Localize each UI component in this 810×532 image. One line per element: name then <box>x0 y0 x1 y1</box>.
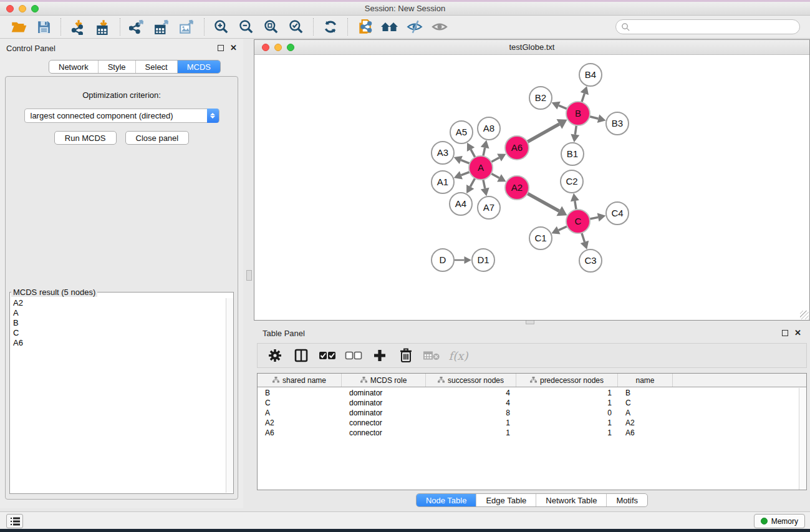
export-image-icon[interactable] <box>175 17 200 37</box>
node-label-C2[interactable]: C2 <box>566 176 577 186</box>
result-node-item[interactable]: C <box>11 328 225 338</box>
deselect-all-icon[interactable] <box>345 347 362 364</box>
add-icon[interactable] <box>371 347 388 364</box>
table-row[interactable]: Cdominator41C <box>258 398 798 408</box>
clone-network-icon[interactable] <box>352 17 377 37</box>
network-canvas[interactable]: B4B2BB3A5A8A6A3B1AA1C2A2A4A7C4CC1C3DD1 <box>254 55 809 320</box>
arrowhead-C-C4[interactable] <box>597 213 606 222</box>
memory-button[interactable]: Memory <box>754 514 805 528</box>
zoom-window-icon[interactable] <box>31 5 39 12</box>
export-network-icon[interactable] <box>125 17 150 37</box>
cell-shared-name[interactable]: C <box>258 398 342 408</box>
node-label-A4[interactable]: A4 <box>455 198 466 209</box>
column-header-predecessor-nodes[interactable]: predecessor nodes <box>516 374 618 387</box>
node-label-A2[interactable]: A2 <box>511 182 523 193</box>
tab-select[interactable]: Select <box>136 60 178 73</box>
network-close-icon[interactable] <box>262 44 269 51</box>
node-label-D1[interactable]: D1 <box>477 254 489 265</box>
column-header-successor-nodes[interactable]: successor nodes <box>426 374 516 387</box>
cell-predecessor-nodes[interactable]: 1 <box>516 388 618 398</box>
close-panel-icon[interactable]: ✕ <box>230 45 237 51</box>
tab-motifs[interactable]: Motifs <box>607 494 647 506</box>
cell-MCDS-role[interactable]: connector <box>342 428 426 438</box>
table-scrollbar[interactable] <box>799 388 806 490</box>
node-label-A6[interactable]: A6 <box>511 142 523 153</box>
zoom-in-icon[interactable] <box>209 17 234 37</box>
close-window-icon[interactable] <box>6 5 14 12</box>
arrowhead-D-D1[interactable] <box>465 256 472 264</box>
optimization-criterion-dropdown[interactable]: largest connected component (directed) <box>24 109 219 123</box>
cell-predecessor-nodes[interactable]: 1 <box>516 418 618 428</box>
delete-icon[interactable] <box>397 347 415 364</box>
tab-node-table[interactable]: Node Table <box>417 494 477 506</box>
cell-successor-nodes[interactable]: 4 <box>426 388 516 398</box>
cell-predecessor-nodes[interactable]: 0 <box>516 408 618 418</box>
node-label-A[interactable]: A <box>478 162 484 173</box>
node-label-C3[interactable]: C3 <box>584 255 596 266</box>
result-node-item[interactable]: A <box>11 308 225 318</box>
columns-icon[interactable] <box>292 347 310 364</box>
cell-name[interactable]: A2 <box>618 418 673 428</box>
node-label-B1[interactable]: B1 <box>567 148 578 159</box>
cell-shared-name[interactable]: A2 <box>258 418 342 428</box>
close-panel-button[interactable]: Close panel <box>125 131 190 145</box>
node-label-A8[interactable]: A8 <box>483 123 494 133</box>
node-label-C4[interactable]: C4 <box>611 208 623 218</box>
task-history-button[interactable] <box>6 514 23 528</box>
cell-MCDS-role[interactable]: dominator <box>342 398 426 408</box>
refresh-icon[interactable] <box>318 17 343 37</box>
eye-slash-icon[interactable] <box>402 17 427 37</box>
result-node-item[interactable]: A2 <box>11 298 225 308</box>
arrowhead-B-B3[interactable] <box>597 114 606 123</box>
node-label-A7[interactable]: A7 <box>483 202 494 213</box>
homes-icon[interactable] <box>377 17 402 37</box>
float-panel-icon[interactable] <box>218 45 224 51</box>
column-header-MCDS-role[interactable]: MCDS role <box>342 374 426 387</box>
node-label-B[interactable]: B <box>575 108 581 118</box>
table-row[interactable]: A6connector11A6 <box>258 428 798 438</box>
resize-grip-icon[interactable] <box>800 311 809 319</box>
edge-A2-C[interactable] <box>526 193 559 211</box>
search-input[interactable] <box>615 19 800 34</box>
network-minimize-icon[interactable] <box>274 44 282 51</box>
cell-MCDS-role[interactable]: dominator <box>342 408 426 418</box>
cell-predecessor-nodes[interactable]: 1 <box>516 398 618 408</box>
cell-name[interactable]: C <box>618 398 673 408</box>
table-row[interactable]: Adominator80A <box>258 408 798 418</box>
cell-successor-nodes[interactable]: 1 <box>426 428 516 438</box>
tab-network-table[interactable]: Network Table <box>536 494 607 506</box>
node-label-C[interactable]: C <box>575 216 582 226</box>
cell-shared-name[interactable]: A6 <box>258 428 342 438</box>
cell-predecessor-nodes[interactable]: 1 <box>516 428 618 438</box>
arrowhead-A-A8[interactable] <box>481 140 489 149</box>
column-header-shared-name[interactable]: shared name <box>258 374 342 387</box>
network-graph[interactable]: B4B2BB3A5A8A6A3B1AA1C2A2A4A7C4CC1C3DD1 <box>254 55 809 320</box>
cell-name[interactable]: A <box>618 408 673 418</box>
tab-mcds[interactable]: MCDS <box>178 60 220 73</box>
table-row[interactable]: Bdominator41B <box>258 388 798 398</box>
import-table-icon[interactable] <box>90 17 115 37</box>
node-label-B2[interactable]: B2 <box>535 92 546 103</box>
result-scrollbar[interactable] <box>226 298 233 493</box>
cell-MCDS-role[interactable]: dominator <box>342 388 426 398</box>
arrowhead-A-A7[interactable] <box>481 188 489 196</box>
tab-style[interactable]: Style <box>99 60 136 73</box>
vertical-divider-handle[interactable] <box>246 270 252 281</box>
export-table-icon[interactable] <box>150 17 175 37</box>
eye-icon[interactable] <box>427 17 452 37</box>
edge-A6-B[interactable] <box>526 124 559 143</box>
column-header-name[interactable]: name <box>618 374 673 387</box>
tab-network[interactable]: Network <box>49 60 99 73</box>
node-label-A5[interactable]: A5 <box>456 127 467 137</box>
zoom-out-icon[interactable] <box>234 17 259 37</box>
node-label-B4[interactable]: B4 <box>585 69 596 80</box>
arrowhead-B-B1[interactable] <box>571 134 579 142</box>
float-table-panel-icon[interactable] <box>782 330 788 336</box>
node-label-A1[interactable]: A1 <box>437 177 448 187</box>
cell-shared-name[interactable]: A <box>258 408 342 418</box>
gear-icon[interactable] <box>266 347 284 364</box>
network-zoom-icon[interactable] <box>287 44 294 51</box>
cell-successor-nodes[interactable]: 1 <box>426 418 516 428</box>
node-label-D[interactable]: D <box>440 254 446 265</box>
cell-successor-nodes[interactable]: 4 <box>426 398 516 408</box>
